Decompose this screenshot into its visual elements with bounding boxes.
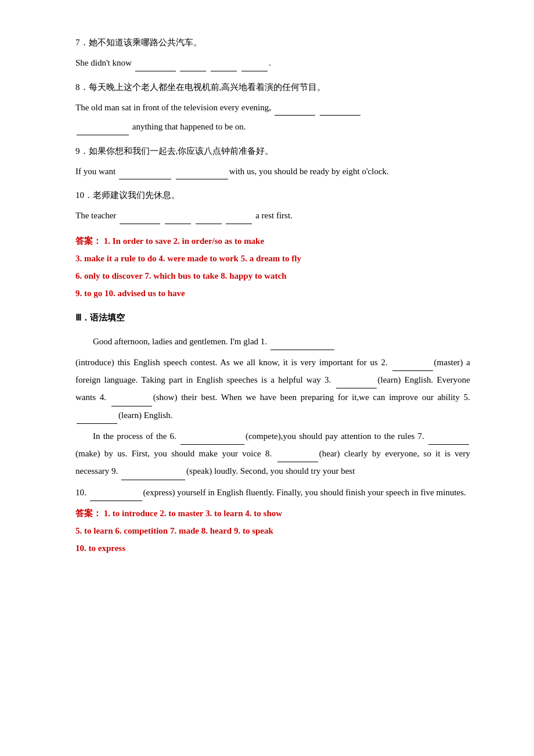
blank-s3-10 [90, 484, 142, 501]
q10-chinese: 10．老师建议我们先休息。 [75, 188, 470, 203]
q9-blank1 [119, 163, 171, 180]
q7-blank2 [180, 54, 206, 71]
q10-blank2 [165, 207, 191, 224]
q8-en-part1: The old man sat in front of the televisi… [75, 103, 271, 112]
answer2-line3: 10. to express [75, 539, 470, 557]
blank-s3-1 [270, 333, 334, 350]
q7-blank4 [241, 54, 268, 71]
q8-blank2 [320, 99, 360, 116]
answer1-text3: 6. only to discover 7. which bus to take… [75, 271, 287, 280]
blank-s3-8 [277, 445, 318, 462]
q8-english-line1: The old man sat in front of the televisi… [75, 99, 470, 116]
question-10: 10．老师建议我们先休息。 The teacher a rest first. [75, 188, 470, 224]
section3-para4: 10. (express) yourself in English fluent… [75, 484, 470, 501]
blank-s3-9 [121, 462, 185, 480]
q10-blank3 [196, 207, 222, 224]
answer2-line2: 5. to learn 6. competition 7. made 8. he… [75, 522, 470, 539]
answer1-line1: 答案： 1. In order to save 2. in order/so a… [75, 232, 470, 250]
q7-english: She didn't know . [75, 54, 470, 71]
q7-blank3 [211, 54, 237, 71]
answer2-text3: 10. to express [75, 543, 125, 553]
q9-blank2 [176, 163, 228, 180]
question-7: 7．她不知道该乘哪路公共汽车。 She didn't know . [75, 35, 470, 71]
blank-s3-6 [181, 427, 244, 445]
blank-s3-2 [392, 354, 433, 371]
q9-en-start: If you want [75, 167, 116, 176]
section3-para2: (introduce) this English speech contest.… [75, 354, 470, 424]
q8-en-part2: anything that happened to be on. [132, 122, 246, 131]
q8-english-line2: anything that happened to be on. [75, 118, 470, 135]
answer1-text1: 1. In order to save 2. in order/so as to… [104, 236, 264, 246]
answer1-label: 答案： [75, 236, 102, 246]
blank-s3-4 [111, 388, 152, 406]
answer2-text2: 5. to learn 6. competition 7. made 8. he… [75, 526, 273, 535]
section3-para3: In the process of the 6. (compete),you s… [75, 427, 470, 480]
answer1-text4: 9. to go 10. advised us to have [75, 289, 185, 298]
q7-blank1 [135, 54, 176, 71]
section3-para1: Good afternoon, ladies and gentlemen. I'… [75, 333, 470, 350]
q7-chinese: 7．她不知道该乘哪路公共汽车。 [75, 35, 470, 51]
q10-en-start: The teacher [75, 211, 116, 220]
q8-blank1 [275, 99, 315, 116]
question-8: 8．每天晚上这个老人都坐在电视机前,高兴地看着演的任何节目。 The old m… [75, 80, 470, 135]
q10-english: The teacher a rest first. [75, 207, 470, 224]
answer1-line4: 9. to go 10. advised us to have [75, 285, 470, 302]
q10-blank1 [120, 207, 160, 224]
question-9: 9．如果你想和我们一起去,你应该八点钟前准备好。 If you want wit… [75, 143, 470, 180]
q9-en-mid: with us, you should be ready by eight o'… [229, 167, 389, 176]
q10-en-end: a rest first. [255, 211, 293, 220]
answer-section-1: 答案： 1. In order to save 2. in order/so a… [75, 232, 470, 302]
blank-s3-5 [77, 406, 117, 424]
blank-s3-3 [336, 371, 377, 388]
q10-blank4 [226, 207, 252, 224]
answer1-line3: 6. only to discover 7. which bus to take… [75, 267, 470, 285]
answer2-line1: 答案： 1. to introduce 2. to master 3. to l… [75, 505, 470, 522]
answer2-label: 答案： [75, 509, 102, 518]
answer-section-2: 答案： 1. to introduce 2. to master 3. to l… [75, 505, 470, 557]
section3-title: Ⅲ．语法填空 [75, 310, 470, 326]
answer2-text1: 1. to introduce 2. to master 3. to learn… [104, 509, 282, 518]
blank-s3-7 [428, 427, 469, 445]
q7-en-start: She didn't know [75, 58, 132, 67]
answer1-text2: 3. make it a rule to do 4. were made to … [75, 254, 301, 263]
q9-chinese: 9．如果你想和我们一起去,你应该八点钟前准备好。 [75, 143, 470, 159]
q8-chinese: 8．每天晚上这个老人都坐在电视机前,高兴地看着演的任何节目。 [75, 80, 470, 95]
q9-english: If you want with us, you should be ready… [75, 163, 470, 180]
q8-blank3 [77, 118, 129, 135]
answer1-line2: 3. make it a rule to do 4. were made to … [75, 250, 470, 267]
q7-en-end: . [269, 58, 271, 67]
